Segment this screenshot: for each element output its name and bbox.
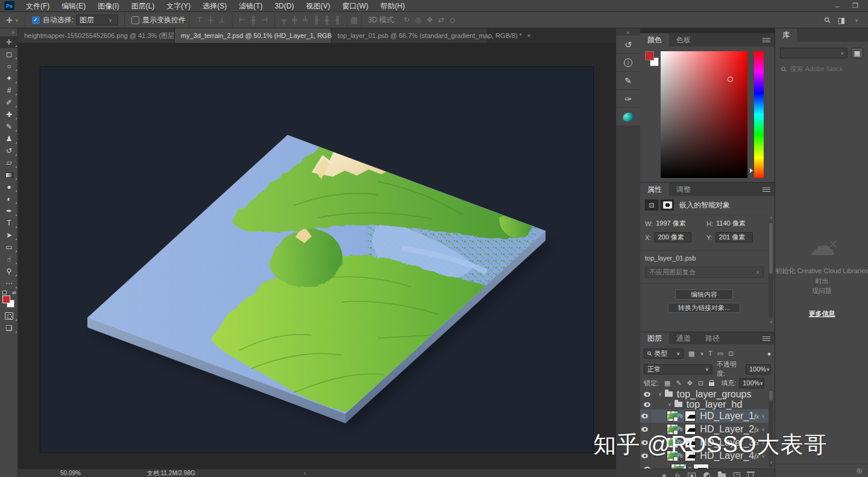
visibility-toggle[interactable] xyxy=(640,463,655,469)
distribute-vcenter-icon[interactable]: ╪ xyxy=(292,16,297,24)
fill-dropdown[interactable]: 100% ∨ xyxy=(739,378,764,388)
library-search-field[interactable]: ⚲ 搜索 Adobe Stock xyxy=(775,58,868,80)
menu-window[interactable]: 窗口(W) xyxy=(336,0,374,12)
zoom-level[interactable]: 50.09% xyxy=(60,470,81,476)
lasso-tool[interactable]: ○ xyxy=(0,60,18,72)
layer-style-icon[interactable]: fx xyxy=(675,472,681,477)
clone-source-panel-button[interactable]: ✑ xyxy=(616,90,640,108)
toolbar-expand-icon[interactable]: » xyxy=(0,28,17,36)
search-icon[interactable]: ⚲ xyxy=(822,14,832,25)
distribute-hcenter-icon[interactable]: ╫ xyxy=(324,16,330,24)
scrollbar-thumb[interactable] xyxy=(769,391,773,400)
distribute-spacing-icon[interactable]: ▥ xyxy=(351,16,357,24)
3d-orbit-icon[interactable]: ↻ xyxy=(403,16,409,24)
delete-layer-icon[interactable] xyxy=(748,473,753,477)
auto-select-checkbox[interactable] xyxy=(32,16,40,24)
crop-tool[interactable]: # xyxy=(0,84,18,96)
filter-pixel-layers-icon[interactable]: ▩ xyxy=(688,350,694,358)
edit-toolbar-button[interactable]: ⋯ xyxy=(0,277,18,289)
align-bottom-icon[interactable]: ⊥ xyxy=(219,16,225,24)
chevron-down-icon[interactable]: ∨ xyxy=(668,402,671,407)
pen-tool[interactable]: ✒ xyxy=(0,205,18,217)
lock-artboard-icon[interactable]: ⊡ xyxy=(698,379,703,387)
3d-slide-icon[interactable]: ⇄ xyxy=(438,16,444,24)
new-layer-icon[interactable] xyxy=(734,472,740,477)
menu-select[interactable]: 选择(S) xyxy=(197,0,233,12)
filter-shape-layers-icon[interactable]: ▭ xyxy=(717,350,723,358)
collapse-panels-icon[interactable]: « xyxy=(616,28,640,36)
marquee-tool[interactable]: ◻ xyxy=(0,48,18,60)
path-selection-tool[interactable]: ➤ xyxy=(0,229,18,241)
new-group-icon[interactable] xyxy=(718,473,726,477)
align-top-icon[interactable]: ⊤ xyxy=(197,16,203,24)
auto-select-dropdown[interactable]: 图层 ∨ xyxy=(76,14,118,25)
group-row-top-layer-groups[interactable]: ∨ top_layer_groups xyxy=(640,389,769,399)
tab-properties[interactable]: 属性 xyxy=(640,183,669,196)
lock-all-icon[interactable] xyxy=(709,382,714,386)
dodge-tool[interactable]: ◐ xyxy=(0,193,18,205)
panel-menu-icon[interactable] xyxy=(763,38,770,42)
menu-layer[interactable]: 图层(L) xyxy=(125,0,161,12)
visibility-toggle[interactable] xyxy=(640,409,650,423)
layer-mask-thumbnail[interactable] xyxy=(685,411,696,422)
x-input[interactable]: 200 像素 xyxy=(654,232,691,242)
tab-color[interactable]: 颜色 xyxy=(640,33,669,46)
menu-filter[interactable]: 滤镜(T) xyxy=(233,0,268,12)
distribute-right-icon[interactable]: ╢ xyxy=(335,16,341,24)
properties-scrollbar[interactable] xyxy=(769,221,773,318)
layer-mask-thumbnail[interactable] xyxy=(693,464,709,469)
layer-thumbnail[interactable] xyxy=(667,411,678,422)
quick-selection-tool[interactable]: ✦ xyxy=(0,72,18,84)
3d-camera-icon[interactable]: ◇ xyxy=(450,16,455,24)
status-chevron-icon[interactable]: › xyxy=(304,470,306,476)
zoom-tool[interactable]: ⚲ xyxy=(0,265,18,277)
restore-button[interactable]: ❐ xyxy=(848,1,863,11)
gradient-tool[interactable] xyxy=(0,169,18,181)
hue-slider-arrow-icon[interactable] xyxy=(750,168,753,173)
document-tab-heightmapper[interactable]: heightmapper-1550255452606.png @ 41.3% (… xyxy=(18,28,175,43)
visibility-toggle[interactable] xyxy=(640,389,655,399)
hand-tool[interactable]: ☝ xyxy=(0,253,18,265)
more-info-link[interactable]: 更多信息 xyxy=(775,309,868,318)
document-tab-my-3d-terrain[interactable]: my_3d_terrain_2.psd @ 50.1% (HD_Layer_1,… xyxy=(175,28,332,43)
chevron-down-icon[interactable]: ∨ xyxy=(15,17,19,23)
move-tool-icon[interactable]: ✛ xyxy=(6,16,13,25)
panel-menu-icon[interactable] xyxy=(763,336,770,341)
fx-label[interactable]: fx xyxy=(754,412,759,420)
scroll-down-icon[interactable]: ∨ xyxy=(770,460,773,465)
saturation-field[interactable] xyxy=(661,51,747,178)
3d-roll-icon[interactable]: ◎ xyxy=(415,16,421,24)
shape-tool[interactable]: ▭ xyxy=(0,241,18,253)
chevron-down-icon[interactable]: ∨ xyxy=(761,414,765,419)
history-brush-tool[interactable]: ↺ xyxy=(0,145,18,157)
document-canvas[interactable] xyxy=(40,67,593,452)
layer-row-partial[interactable]: 8 xyxy=(640,463,769,469)
distribute-top-icon[interactable]: ╤ xyxy=(281,16,287,24)
tab-channels[interactable]: 通道 xyxy=(669,332,698,344)
canvas-pasteboard[interactable] xyxy=(18,43,616,469)
creative-cloud-sync-icon[interactable]: ⊛ xyxy=(856,466,863,475)
add-mask-icon[interactable] xyxy=(688,473,696,477)
foreground-color-swatch[interactable] xyxy=(645,51,654,60)
distribute-left-icon[interactable]: ╟ xyxy=(314,16,319,24)
visibility-toggle[interactable] xyxy=(640,399,655,409)
menu-type[interactable]: 文字(Y) xyxy=(160,0,197,12)
show-transform-checkbox[interactable] xyxy=(131,16,139,24)
mask-properties-icon[interactable] xyxy=(661,200,674,210)
screen-mode-button[interactable]: ❏ xyxy=(0,322,18,334)
filter-smart-objects-icon[interactable]: ⊡ xyxy=(728,350,734,358)
menu-help[interactable]: 帮助(H) xyxy=(374,0,411,12)
align-vcenter-icon[interactable]: ┼ xyxy=(209,16,214,24)
tab-layers[interactable]: 图层 xyxy=(640,332,669,344)
healing-brush-tool[interactable]: ✚ xyxy=(0,109,18,121)
tab-adjustments[interactable]: 调整 xyxy=(669,183,698,196)
panel-menu-icon[interactable] xyxy=(763,188,770,192)
blend-mode-dropdown[interactable]: 正常 ∨ xyxy=(644,364,712,374)
filter-toggle-icon[interactable]: ● xyxy=(767,350,771,357)
brush-settings-panel-button[interactable]: ✎ xyxy=(616,72,640,90)
convert-to-linked-button[interactable]: 转换为链接对象... xyxy=(668,303,740,313)
menu-3d[interactable]: 3D(D) xyxy=(269,0,300,12)
materials-panel-button[interactable] xyxy=(616,108,640,126)
lock-pixels-icon[interactable]: ✎ xyxy=(676,379,681,387)
quick-mask-button[interactable] xyxy=(0,310,18,322)
